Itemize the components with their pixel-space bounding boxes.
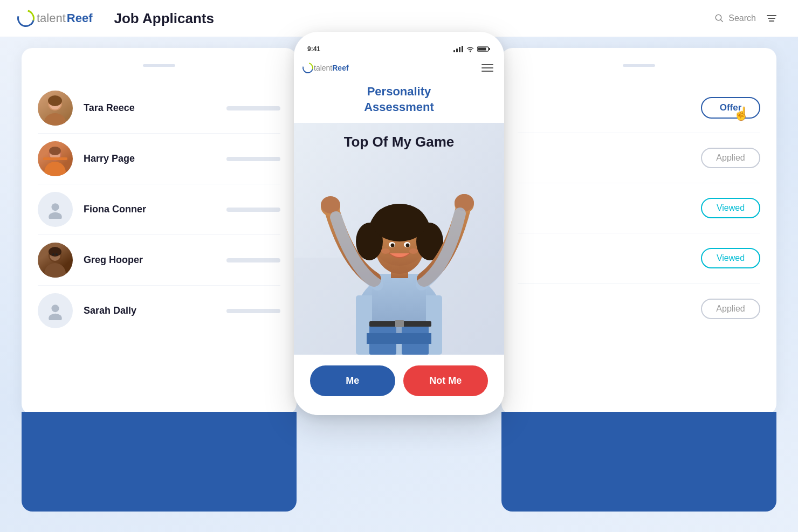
cursor-icon: ☝ bbox=[733, 106, 749, 121]
svg-rect-31 bbox=[367, 333, 431, 344]
applicant-name: Tara Reece bbox=[84, 102, 226, 114]
logo-icon bbox=[14, 6, 38, 30]
applicant-name: Fiona Conner bbox=[84, 204, 226, 215]
svg-point-17 bbox=[52, 253, 54, 255]
right-footer bbox=[501, 412, 776, 512]
svg-rect-10 bbox=[43, 157, 67, 160]
status-bar bbox=[226, 258, 280, 262]
phone-title-line2: Assessment bbox=[364, 100, 434, 114]
status-bar bbox=[226, 157, 280, 161]
status-list: Offer ☝ Applied Viewed Viewed Applied bbox=[501, 48, 776, 350]
phone-logo-icon bbox=[300, 60, 315, 75]
phone-mockup: 9:41 bbox=[294, 32, 504, 415]
svg-point-20 bbox=[49, 314, 62, 320]
applicant-list: Tara Reece Harry Page bbox=[22, 48, 297, 352]
logo: talentReef bbox=[22, 10, 93, 27]
offer-container: Offer ☝ bbox=[701, 97, 760, 119]
svg-point-3 bbox=[44, 113, 66, 126]
phone-logo-reef: Reef bbox=[332, 64, 348, 72]
svg-point-0 bbox=[716, 15, 722, 20]
avatar bbox=[38, 293, 73, 328]
phone-time: 9:41 bbox=[307, 45, 320, 53]
filter-line-1 bbox=[767, 15, 776, 16]
signal-bar-4 bbox=[462, 46, 463, 52]
signal-bar-3 bbox=[459, 47, 460, 52]
svg-point-13 bbox=[44, 263, 66, 278]
logo-talent: talent bbox=[37, 11, 66, 25]
hamburger-line bbox=[481, 67, 493, 68]
status-badge: Viewed bbox=[701, 248, 760, 268]
applicant-name: Harry Page bbox=[84, 153, 226, 164]
search-icon bbox=[714, 13, 724, 23]
signal-bar-2 bbox=[456, 49, 458, 52]
avatar-placeholder-icon bbox=[46, 200, 65, 219]
phone-status-bar: 9:41 bbox=[294, 43, 504, 58]
avatar bbox=[38, 192, 73, 227]
status-row: Offer ☝ bbox=[518, 83, 760, 133]
card-title: Top Of My Game bbox=[294, 134, 504, 150]
svg-point-18 bbox=[56, 253, 58, 255]
right-panel: Offer ☝ Applied Viewed Viewed Applied bbox=[501, 48, 776, 414]
status-row: Viewed bbox=[518, 183, 760, 233]
svg-rect-23 bbox=[478, 48, 486, 51]
list-item[interactable]: Harry Page bbox=[38, 134, 280, 184]
filter-icon[interactable] bbox=[767, 15, 776, 22]
svg-point-9 bbox=[49, 147, 61, 155]
search-label: Search bbox=[728, 13, 756, 23]
status-bar bbox=[226, 106, 280, 110]
scroll-indicator-left bbox=[143, 64, 175, 67]
svg-line-1 bbox=[721, 19, 724, 22]
avatar bbox=[38, 141, 73, 176]
list-item[interactable]: Sarah Dally bbox=[38, 286, 280, 336]
svg-point-44 bbox=[406, 244, 410, 247]
phone-title: Personality Assessment bbox=[305, 84, 493, 115]
svg-point-11 bbox=[52, 203, 59, 211]
avatar-image bbox=[38, 141, 73, 176]
main-content: Tara Reece Harry Page bbox=[0, 37, 798, 531]
list-item[interactable]: Fiona Conner bbox=[38, 184, 280, 235]
avatar bbox=[38, 243, 73, 278]
phone-title-line1: Personality bbox=[367, 85, 431, 98]
not-me-button[interactable]: Not Me bbox=[403, 365, 489, 396]
phone-logo-talent: talent bbox=[314, 64, 332, 72]
hamburger-line bbox=[481, 64, 493, 65]
phone-app-header: talentReef bbox=[294, 58, 504, 81]
celebration-woman bbox=[294, 123, 504, 355]
hamburger-menu[interactable] bbox=[481, 64, 493, 72]
hamburger-line bbox=[481, 71, 493, 72]
svg-point-6 bbox=[44, 162, 66, 176]
scroll-indicator-right bbox=[623, 64, 655, 67]
svg-point-49 bbox=[321, 196, 340, 213]
filter-line-3 bbox=[769, 20, 774, 22]
phone-action-buttons: Me Not Me bbox=[294, 355, 504, 415]
svg-point-5 bbox=[48, 95, 62, 106]
signal-bar-1 bbox=[453, 50, 455, 52]
offer-button[interactable]: Offer bbox=[701, 97, 760, 119]
logo-reef: Reef bbox=[67, 11, 93, 25]
applicant-name: Sarah Dally bbox=[84, 305, 226, 316]
svg-rect-22 bbox=[489, 48, 491, 50]
applicant-name: Greg Hooper bbox=[84, 254, 226, 266]
status-badge: Viewed bbox=[701, 198, 760, 218]
me-button[interactable]: Me bbox=[310, 365, 395, 396]
phone-body: 9:41 bbox=[294, 32, 504, 415]
status-row: Applied bbox=[518, 284, 760, 334]
status-bar bbox=[226, 208, 280, 212]
svg-point-19 bbox=[52, 305, 59, 312]
phone-image-area: Top Of My Game bbox=[294, 123, 504, 355]
svg-point-45 bbox=[381, 248, 390, 254]
phone-icons bbox=[453, 46, 491, 52]
list-item[interactable]: Tara Reece bbox=[38, 83, 280, 134]
svg-point-43 bbox=[391, 244, 395, 247]
status-badge: Applied bbox=[701, 299, 760, 319]
status-row: Applied bbox=[518, 133, 760, 183]
left-panel: Tara Reece Harry Page bbox=[22, 48, 297, 414]
avatar-placeholder-icon bbox=[46, 301, 65, 320]
svg-point-40 bbox=[373, 204, 426, 241]
status-badge: Applied bbox=[701, 148, 760, 168]
search-area[interactable]: Search bbox=[714, 13, 756, 23]
svg-point-16 bbox=[49, 247, 61, 257]
status-bar bbox=[226, 309, 280, 313]
avatar bbox=[38, 91, 73, 126]
list-item[interactable]: Greg Hooper bbox=[38, 235, 280, 286]
